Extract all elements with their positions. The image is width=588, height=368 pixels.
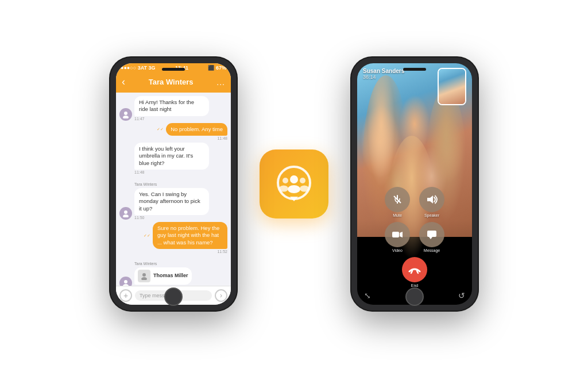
back-button[interactable]: ‹ bbox=[122, 76, 125, 88]
video-label: Video bbox=[392, 248, 403, 252]
svg-rect-17 bbox=[397, 195, 398, 200]
caller-info: Susan Sanders 36:14 bbox=[363, 68, 404, 80]
end-call-circle bbox=[402, 257, 427, 282]
svg-line-24 bbox=[411, 271, 412, 273]
svg-marker-21 bbox=[400, 232, 403, 237]
svg-marker-23 bbox=[429, 237, 432, 239]
message-bubble: Yes. Can I swing by monday afternoon to … bbox=[134, 188, 209, 215]
phone-speaker bbox=[162, 68, 185, 71]
message-time: 11:47 bbox=[134, 117, 209, 121]
table-row: Hi Amy! Thanks for the ride last night 1… bbox=[119, 96, 227, 121]
video-circle bbox=[385, 222, 410, 247]
add-attachment-button[interactable]: + bbox=[119, 289, 132, 302]
control-row-end: End bbox=[402, 257, 427, 288]
chat-title: Tara Winters bbox=[149, 78, 194, 86]
video-controls: Mute Speaker bbox=[357, 187, 472, 288]
svg-marker-19 bbox=[427, 195, 433, 204]
mute-circle bbox=[385, 187, 410, 212]
svg-rect-22 bbox=[427, 231, 436, 237]
speaker-label: Speaker bbox=[424, 213, 439, 217]
left-phone: ●●●○○ 3AT 3G 13:41 ⬛ 67% ‹ Tara Winters … bbox=[110, 57, 237, 310]
read-tick: ✓✓ bbox=[157, 127, 164, 132]
contact-card[interactable]: Thomas Miller bbox=[134, 267, 192, 285]
svg-point-14 bbox=[300, 186, 309, 192]
svg-point-2 bbox=[124, 210, 127, 214]
phone-speaker bbox=[403, 68, 426, 71]
avatar bbox=[119, 108, 132, 121]
end-call-button[interactable]: End bbox=[402, 257, 427, 288]
video-bottom-bar: ⤡ ↺ bbox=[357, 291, 472, 300]
contact-name: Thomas Miller bbox=[153, 273, 188, 279]
app-icon-svg bbox=[274, 164, 314, 204]
avatar bbox=[119, 277, 132, 286]
chat-header: ‹ Tara Winters ... bbox=[116, 72, 231, 93]
table-row: Yes. Can I swing by monday afternoon to … bbox=[119, 188, 227, 220]
message-text: Sure no problem. Hey the guy last night … bbox=[157, 225, 219, 246]
message-text: I think you left your umbrella in my car… bbox=[139, 145, 193, 166]
sender-label: Tara Winters bbox=[134, 182, 157, 186]
svg-rect-18 bbox=[397, 202, 398, 204]
svg-point-13 bbox=[300, 178, 305, 183]
svg-point-11 bbox=[283, 178, 288, 183]
menu-button[interactable]: ... bbox=[216, 78, 225, 87]
table-row: I think you left your umbrella in my car… bbox=[119, 143, 227, 174]
message-time: 11:48 bbox=[157, 136, 227, 140]
read-tick: ✓✓ bbox=[144, 233, 150, 238]
svg-point-1 bbox=[123, 116, 129, 118]
svg-point-9 bbox=[290, 175, 298, 183]
message-time: 11:50 bbox=[134, 216, 209, 220]
home-button[interactable] bbox=[164, 288, 183, 306]
video-button[interactable]: Video bbox=[385, 222, 410, 252]
svg-point-7 bbox=[141, 277, 147, 280]
control-row-middle: Video Message bbox=[385, 222, 444, 252]
signal-label: ●●●○○ 3AT 3G bbox=[121, 65, 156, 71]
svg-rect-20 bbox=[392, 232, 399, 237]
table-row: ✓✓ Sure no problem. Hey the guy last nig… bbox=[119, 222, 227, 254]
svg-point-3 bbox=[123, 214, 129, 217]
message-time: 11:48 bbox=[134, 170, 209, 174]
message-button[interactable]: Message bbox=[419, 222, 444, 252]
chat-body: Hi Amy! Thanks for the ride last night 1… bbox=[116, 93, 231, 286]
message-bubble: I think you left your umbrella in my car… bbox=[134, 143, 209, 170]
speaker-circle bbox=[419, 187, 444, 212]
message-text: Yes. Can I swing by monday afternoon to … bbox=[139, 191, 200, 212]
message-bubble: No problem. Any time bbox=[166, 123, 227, 136]
mute-button[interactable]: Mute bbox=[385, 187, 410, 217]
svg-point-0 bbox=[124, 112, 127, 115]
svg-point-6 bbox=[142, 273, 146, 277]
svg-line-25 bbox=[417, 271, 418, 273]
video-overlay: Susan Sanders 36:14 bbox=[357, 63, 472, 305]
right-phone: Susan Sanders 36:14 bbox=[351, 57, 478, 310]
caller-name: Susan Sanders bbox=[363, 68, 404, 74]
battery-label: ⬛ 67% bbox=[208, 65, 226, 71]
chat-screen: ●●●○○ 3AT 3G 13:41 ⬛ 67% ‹ Tara Winters … bbox=[116, 63, 231, 305]
message-bubble: Sure no problem. Hey the guy last night … bbox=[153, 222, 227, 249]
selfie-thumbnail bbox=[438, 68, 466, 105]
avatar bbox=[119, 207, 132, 220]
end-label: End bbox=[411, 283, 418, 288]
sender-label: Tara Winters bbox=[134, 262, 157, 266]
video-call-screen: Susan Sanders 36:14 bbox=[357, 63, 472, 305]
message-time: 11:52 bbox=[144, 250, 227, 254]
speaker-button[interactable]: Speaker bbox=[419, 187, 444, 217]
message-text: Hi Amy! Thanks for the ride last night bbox=[139, 99, 194, 112]
message-circle bbox=[419, 222, 444, 247]
control-row-top: Mute Speaker bbox=[385, 187, 444, 217]
expand-button[interactable]: ⤡ bbox=[364, 291, 371, 300]
send-button[interactable]: › bbox=[215, 289, 227, 302]
rotate-button[interactable]: ↺ bbox=[458, 291, 465, 300]
message-bubble: Hi Amy! Thanks for the ride last night bbox=[134, 96, 209, 116]
mute-label: Mute bbox=[393, 213, 402, 217]
table-row: Thomas Miller 11:53 bbox=[119, 267, 227, 286]
app-icon bbox=[260, 150, 328, 218]
table-row: ✓✓ No problem. Any time 11:48 bbox=[119, 123, 227, 140]
call-timer: 36:14 bbox=[363, 74, 404, 80]
svg-point-4 bbox=[124, 280, 127, 283]
scene: ●●●○○ 3AT 3G 13:41 ⬛ 67% ‹ Tara Winters … bbox=[0, 0, 588, 368]
message-label: Message bbox=[424, 248, 440, 252]
message-text: No problem. Any time bbox=[171, 126, 223, 132]
svg-point-10 bbox=[288, 185, 300, 193]
svg-point-12 bbox=[279, 186, 288, 192]
